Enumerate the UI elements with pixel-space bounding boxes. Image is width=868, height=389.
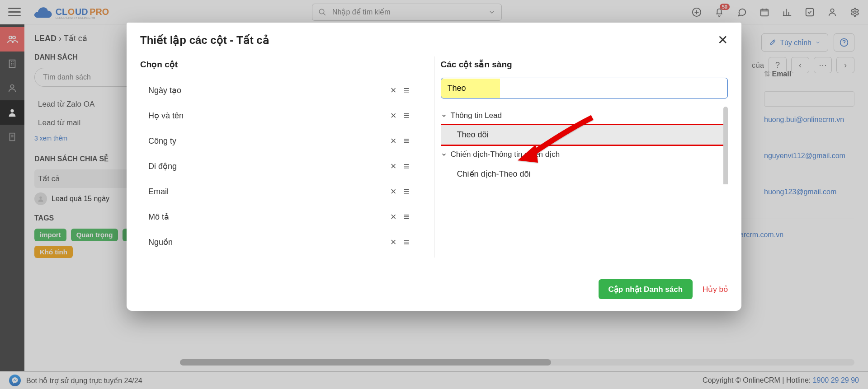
remove-icon[interactable]: × xyxy=(391,110,396,122)
drag-icon[interactable]: ≡ xyxy=(404,110,410,122)
available-column-theo-doi[interactable]: Theo dõi xyxy=(441,125,728,145)
column-item[interactable]: Công ty×≡ xyxy=(140,128,428,154)
drag-icon[interactable]: ≡ xyxy=(404,84,410,96)
remove-icon[interactable]: × xyxy=(391,186,396,197)
save-button[interactable]: Cập nhật Danh sách xyxy=(599,279,693,299)
selected-columns-label: Chọn cột xyxy=(140,59,428,70)
column-item[interactable]: Email×≡ xyxy=(140,179,428,204)
remove-icon[interactable]: × xyxy=(391,84,396,96)
cancel-button[interactable]: Hủy bỏ xyxy=(703,285,728,294)
remove-icon[interactable]: × xyxy=(391,135,396,147)
column-group[interactable]: Thông tin Lead xyxy=(441,107,728,125)
column-item[interactable]: Mô tả×≡ xyxy=(140,204,428,230)
available-columns-label: Các cột sẵn sàng xyxy=(441,59,728,70)
remove-icon[interactable]: × xyxy=(391,160,396,172)
column-item[interactable]: Ngày tạo×≡ xyxy=(140,78,428,103)
column-settings-modal: Thiết lập các cột - Tất cả ✕ Chọn cột Ng… xyxy=(127,23,741,311)
column-item[interactable]: Nguồn×≡ xyxy=(140,230,428,255)
selected-columns: Ngày tạo×≡ Họ và tên×≡ Công ty×≡ Di động… xyxy=(140,78,428,255)
divider xyxy=(434,56,434,258)
column-group[interactable]: Chiến dịch-Thông tin chiến dịch xyxy=(441,145,728,164)
available-column[interactable]: Chiến dịch-Theo dõi xyxy=(441,164,728,184)
drag-icon[interactable]: ≡ xyxy=(404,135,410,147)
available-columns: Thông tin Lead Theo dõi Chiến dịch-Thông… xyxy=(441,107,728,184)
modal-title: Thiết lập các cột - Tất cả xyxy=(140,34,269,47)
drag-icon[interactable]: ≡ xyxy=(404,211,410,223)
column-item[interactable]: Di động×≡ xyxy=(140,154,428,179)
drag-icon[interactable]: ≡ xyxy=(404,236,410,248)
scrollbar[interactable] xyxy=(723,107,728,184)
remove-icon[interactable]: × xyxy=(391,211,396,223)
column-item[interactable]: Họ và tên×≡ xyxy=(140,103,428,128)
close-icon[interactable]: ✕ xyxy=(717,33,728,47)
remove-icon[interactable]: × xyxy=(391,236,396,248)
available-search-input[interactable] xyxy=(441,78,728,98)
drag-icon[interactable]: ≡ xyxy=(404,160,410,172)
drag-icon[interactable]: ≡ xyxy=(404,186,410,197)
